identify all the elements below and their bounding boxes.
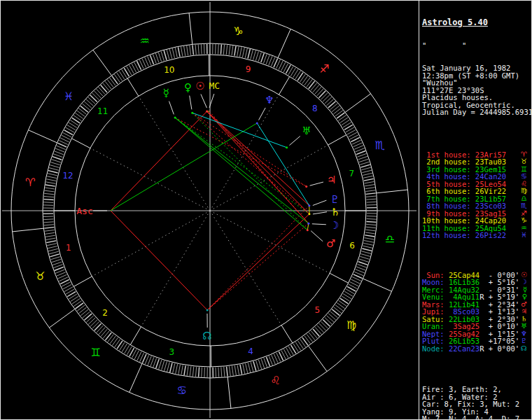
leo-sign-icon: ♌	[270, 374, 280, 387]
house-number-12: 12	[62, 171, 73, 181]
venus-position-dot	[191, 112, 193, 114]
pluto-icon: ♇	[330, 193, 340, 206]
planet-icon: ♇	[521, 337, 527, 345]
scorpio-sign-icon: ♏	[374, 139, 384, 152]
node-position-dot	[206, 309, 209, 311]
cancer-sign-icon: ♋	[176, 384, 186, 397]
aquarius-sign-icon: ♒	[139, 34, 149, 48]
chart-name-line: " "	[422, 42, 531, 50]
planet-row: Node: 22Can23R + 0°00'☊	[422, 345, 531, 353]
chart-info-sidebar: Astrolog 5.40 " " Sat January 16, 198212…	[419, 1, 531, 419]
planet-icon: ♃	[521, 308, 527, 316]
jupiter-position-dot	[305, 186, 307, 188]
uranus-position-dot	[286, 146, 288, 148]
saturn-icon: ♄	[330, 206, 340, 218]
house-number-4: 4	[248, 346, 253, 356]
house-number-11: 11	[97, 106, 108, 116]
house-number-8: 8	[312, 104, 318, 113]
planet-label: Node:	[422, 344, 449, 353]
moon-position-dot	[307, 223, 309, 225]
house-number-7: 7	[349, 169, 354, 178]
mars-position-dot	[307, 229, 309, 231]
zodiac-sign-icon: ♏	[521, 202, 527, 210]
house-row-12: 12th house: 26Pis22♓	[422, 232, 531, 239]
neptune-icon: ♆	[265, 94, 274, 106]
jupiter-icon: ♃	[327, 174, 336, 186]
house-number-1: 1	[66, 243, 71, 253]
statistics-text: M: 7, N: 4, A: 4, D: 7	[422, 414, 519, 420]
zodiac-sign-icon: ♉	[521, 158, 527, 166]
sun-icon: ☉	[195, 80, 204, 92]
house-number-5: 5	[314, 305, 320, 315]
pisces-sign-icon: ♓	[64, 90, 74, 103]
chart-info-line: Julian Day = 2444985.6931	[422, 108, 531, 116]
planet-position-list: Sun: 25Cap44 - 0°00'☉Moon: 16Lib36 + 5°1…	[422, 272, 531, 353]
house-cusp-list: 1st house: 23Ari57♈ 2nd house: 23Tau03♉ …	[422, 151, 531, 239]
chart-statistics: Fire: 3, Earth: 2,Air : 6, Water: 2Car: …	[422, 386, 531, 420]
pluto-position-dot	[308, 204, 310, 206]
natal-wheel-chart-area: ♈♉♊♋♌♍♎♏♐♑♒♓123456789101112☉☽☿♀♂♃♄♅♆♇☊As…	[1, 1, 419, 419]
neptune-position-dot	[256, 122, 258, 124]
statistics-line: M: 7, N: 4, A: 4, D: 7	[422, 415, 531, 420]
sagittarius-sign-icon: ♐	[319, 62, 329, 76]
virgo-sign-icon: ♍	[346, 318, 356, 332]
taurus-sign-icon: ♉	[35, 270, 45, 283]
mercury-icon: ☿	[163, 87, 169, 99]
house-number-6: 6	[349, 241, 355, 251]
mc-label: MC	[209, 80, 220, 91]
house-number-3: 3	[169, 347, 175, 357]
house-number-2: 2	[102, 308, 108, 318]
sun-position-dot	[206, 111, 208, 113]
zodiac-sign-icon: ♑	[521, 217, 527, 225]
astrolog-window: ♈♉♊♋♌♍♎♏♐♑♒♓123456789101112☉☽☿♀♂♃♄♅♆♇☊As…	[0, 0, 532, 420]
gemini-sign-icon: ♊	[90, 346, 100, 359]
house-number-10: 10	[164, 65, 174, 75]
chart-header-info: Sat January 16, 198212:38pm (ST +8:00 GM…	[422, 64, 531, 116]
house-cusp-value: 26Pis22	[475, 231, 506, 239]
mercury-position-dot	[174, 117, 176, 119]
saturn-position-dot	[308, 213, 310, 215]
planet-icon: ♅	[521, 323, 527, 330]
app-title: Astrolog 5.40	[422, 18, 531, 27]
planet-icon: ♀	[522, 293, 527, 301]
zodiac-sign-icon: ♋	[521, 173, 527, 181]
zodiac-sign-icon: ♓	[521, 232, 527, 239]
aries-sign-icon: ♈	[25, 176, 35, 189]
libra-sign-icon: ♎	[385, 232, 395, 246]
natal-wheel-chart: ♈♉♊♋♌♍♎♏♐♑♒♓123456789101112☉☽☿♀♂♃♄♅♆♇☊As…	[1, 1, 418, 419]
planet-icon: ☊	[521, 345, 527, 353]
house-label: 12th house:	[422, 231, 475, 239]
asc-label: Asc	[76, 206, 92, 216]
house-number-9: 9	[246, 64, 251, 74]
planet-icon: ☽	[521, 279, 527, 286]
planet-velocity: + 0°00'	[484, 344, 520, 353]
moon-icon: ☽	[330, 219, 339, 232]
venus-icon: ♀	[184, 81, 192, 94]
mars-icon: ♂	[326, 237, 335, 250]
uranus-icon: ♅	[302, 125, 311, 137]
planet-position-value: 22Can23	[449, 344, 479, 353]
chart-info-text: Julian Day = 2444985.6931	[422, 108, 532, 116]
zodiac-sign-icon: ♍	[521, 188, 527, 195]
capricorn-sign-icon: ♑	[233, 24, 243, 38]
node-icon: ☊	[202, 330, 211, 342]
